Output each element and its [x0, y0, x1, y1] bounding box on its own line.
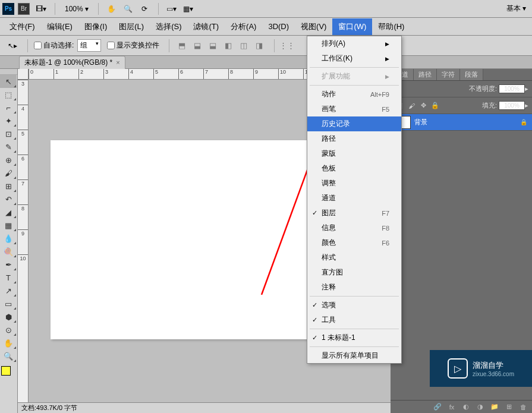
menu-item[interactable]: 动作Alt+F9	[307, 87, 401, 102]
color-swatches[interactable]	[0, 365, 17, 377]
vertical-ruler[interactable]: 3 4 5 6 7 8 9 10	[18, 80, 29, 413]
3d-tool[interactable]: ⬢	[0, 310, 17, 323]
lock-icon[interactable]: 🔒	[520, 119, 527, 125]
align-bottom-icon[interactable]: ⬓	[206, 39, 219, 52]
menu-item[interactable]: 选项	[307, 298, 401, 313]
chevron-icon[interactable]: ▸	[525, 85, 528, 93]
align-left-icon[interactable]: ◧	[222, 39, 235, 52]
document-tab[interactable]: 未标题-1 @ 100%(RGB/8) * ×	[19, 56, 125, 69]
move-tool[interactable]: ↖	[0, 75, 17, 88]
menu-item[interactable]: 显示所有菜单项目	[307, 348, 401, 363]
eyedropper-tool[interactable]: ✎	[0, 140, 17, 153]
filmstrip-icon[interactable]: 🎞▾	[33, 2, 49, 16]
workspace-label[interactable]: 基本 ▾	[503, 4, 530, 14]
pen-tool[interactable]: ✒	[0, 258, 17, 271]
text-tool[interactable]: T	[0, 271, 17, 284]
move-tool-indicator-icon[interactable]: ↖▸	[5, 39, 20, 53]
ruler-origin[interactable]	[18, 69, 29, 80]
fill-input[interactable]: 100%	[499, 101, 525, 110]
chevron-icon[interactable]: ▸	[525, 102, 528, 109]
menu-item[interactable]: 路径	[307, 131, 401, 146]
zoom-tool-icon[interactable]: 🔍	[120, 2, 136, 16]
align-vcenter-icon[interactable]: ⬓	[191, 39, 204, 52]
menu-item[interactable]: 信息F8	[307, 220, 401, 235]
menu-item[interactable]: 调整	[307, 176, 401, 191]
new-group-icon[interactable]: 📁	[489, 402, 500, 412]
marquee-tool[interactable]: ⬚	[0, 88, 17, 101]
menu-item[interactable]: 颜色F6	[307, 235, 401, 250]
zoom-display[interactable]: 100% ▾	[60, 5, 93, 13]
lock-brush-icon[interactable]: 🖌	[406, 100, 417, 111]
auto-select-input[interactable]	[34, 42, 42, 49]
menu-item[interactable]: 样式	[307, 250, 401, 265]
healing-brush-tool[interactable]: ⊕	[0, 153, 17, 166]
adjustment-layer-icon[interactable]: ◑	[475, 402, 486, 412]
rotate-view-icon[interactable]: ⟳	[137, 2, 152, 16]
menu-item[interactable]: 工具	[307, 313, 401, 327]
blur-tool[interactable]: 💧	[0, 232, 17, 245]
clone-stamp-tool[interactable]: ⊞	[0, 179, 17, 193]
delete-layer-icon[interactable]: 🗑	[518, 402, 528, 412]
align-hcenter-icon[interactable]: ◫	[237, 39, 250, 52]
opacity-input[interactable]: 100%	[499, 84, 525, 93]
palette-grip[interactable]	[0, 69, 17, 75]
distribute-icon[interactable]: ⋮⋮	[281, 39, 294, 52]
menu-edit[interactable]: 编辑(E)	[41, 18, 78, 35]
show-transform-input[interactable]	[107, 42, 115, 49]
menu-item[interactable]: 画笔F5	[307, 102, 401, 116]
menu-item[interactable]: 工作区(K)▶	[307, 51, 401, 66]
close-icon[interactable]: ×	[116, 59, 119, 66]
crop-tool[interactable]: ⊡	[0, 127, 17, 140]
hand-tool[interactable]: ✋	[0, 336, 17, 349]
panel-tab-paths[interactable]: 路径	[414, 69, 437, 80]
menu-item[interactable]: 排列(A)▶	[307, 36, 401, 51]
arrange-documents-icon[interactable]: ▦▾	[180, 2, 196, 16]
history-brush-tool[interactable]: ↶	[0, 193, 17, 206]
lock-all-icon[interactable]: 🔒	[430, 100, 440, 111]
menu-select[interactable]: 选择(S)	[150, 18, 187, 35]
gradient-tool[interactable]: ▦	[0, 219, 17, 232]
screen-mode-icon[interactable]: ▭▾	[163, 2, 179, 16]
menu-item[interactable]: 图层F7	[307, 206, 401, 220]
lock-position-icon[interactable]: ✥	[418, 100, 429, 111]
foreground-color[interactable]	[1, 366, 11, 376]
menu-item[interactable]: 历史记录	[307, 116, 401, 131]
document-canvas[interactable]	[51, 140, 348, 339]
align-top-icon[interactable]: ⬒	[175, 39, 188, 52]
menu-item[interactable]: 注释	[307, 280, 401, 295]
menu-help[interactable]: 帮助(H)	[372, 18, 410, 35]
shape-tool[interactable]: ▭	[0, 297, 17, 310]
layer-mask-icon[interactable]: ◐	[461, 402, 471, 412]
menu-view[interactable]: 视图(V)	[295, 18, 332, 35]
panel-tab-character[interactable]: 字符	[437, 69, 460, 80]
dodge-tool[interactable]: 🍭	[0, 245, 17, 258]
align-right-icon[interactable]: ◨	[253, 39, 266, 52]
magic-wand-tool[interactable]: ✦	[0, 114, 17, 127]
menu-item[interactable]: 色板	[307, 161, 401, 176]
menu-file[interactable]: 文件(F)	[4, 18, 41, 35]
layer-item-background[interactable]: 背景 🔒	[391, 114, 532, 131]
brush-tool[interactable]: 🖌	[0, 166, 17, 179]
panel-tab-paragraph[interactable]: 段落	[460, 69, 483, 80]
auto-select-checkbox[interactable]: 自动选择:	[34, 40, 74, 51]
zoom-tool[interactable]: 🔍	[0, 349, 17, 362]
menu-3d[interactable]: 3D(D)	[262, 19, 295, 34]
bridge-icon[interactable]: Br	[18, 3, 30, 15]
menu-layer[interactable]: 图层(L)	[113, 18, 150, 35]
menu-item[interactable]: 1 未标题-1	[307, 330, 401, 345]
lasso-tool[interactable]: ⌐	[0, 101, 17, 114]
layer-style-icon[interactable]: fx	[446, 402, 457, 412]
menu-window[interactable]: 窗口(W)	[332, 18, 372, 35]
auto-select-type[interactable]: 组	[77, 39, 101, 52]
eraser-tool[interactable]: ◢	[0, 206, 17, 219]
pan-tool-icon[interactable]: ✋	[103, 2, 119, 16]
menu-item[interactable]: 直方图	[307, 265, 401, 280]
menu-item[interactable]: 蒙版	[307, 146, 401, 161]
menu-item[interactable]: 通道	[307, 191, 401, 206]
link-layers-icon[interactable]: 🔗	[432, 402, 443, 412]
new-layer-icon[interactable]: ⊞	[503, 402, 514, 412]
path-select-tool[interactable]: ↗	[0, 284, 17, 297]
menu-analysis[interactable]: 分析(A)	[225, 18, 262, 35]
menu-image[interactable]: 图像(I)	[78, 18, 113, 35]
menu-filter[interactable]: 滤镜(T)	[187, 18, 225, 35]
